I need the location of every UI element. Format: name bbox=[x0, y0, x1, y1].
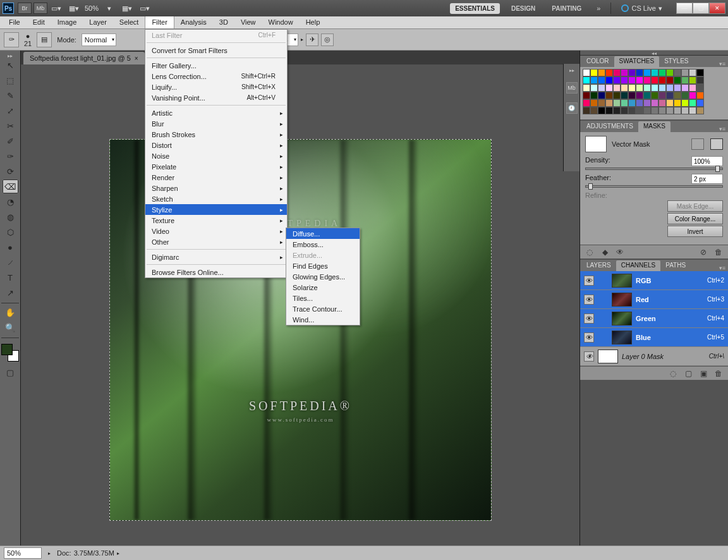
swatch[interactable] bbox=[643, 107, 651, 114]
menu-edit[interactable]: Edit bbox=[27, 16, 51, 28]
swatch[interactable] bbox=[621, 69, 628, 76]
tool-7[interactable]: ⟳ bbox=[3, 164, 18, 178]
toolbox-grip[interactable]: ▸▸ bbox=[0, 53, 20, 58]
swatch[interactable] bbox=[643, 92, 651, 99]
status-doc-arrow-icon[interactable]: ▸ bbox=[117, 551, 119, 556]
tab-channels[interactable]: CHANNELS bbox=[616, 260, 660, 271]
swatch[interactable] bbox=[583, 76, 590, 84]
swatch[interactable] bbox=[674, 92, 681, 99]
maximize-button[interactable]: ▢ bbox=[693, 3, 709, 14]
workspace-essentials[interactable]: ESSENTIALS bbox=[450, 3, 500, 14]
swatch[interactable] bbox=[689, 76, 696, 84]
swatch[interactable] bbox=[636, 92, 643, 99]
swatch[interactable] bbox=[696, 84, 704, 92]
swatch[interactable] bbox=[696, 99, 704, 107]
menu-item[interactable]: Lens Correction...Shift+Ctrl+R bbox=[145, 71, 287, 82]
swatch[interactable] bbox=[613, 107, 621, 114]
swatch[interactable] bbox=[658, 92, 666, 99]
tablet-pressure-toggle[interactable]: ◎ bbox=[321, 33, 334, 46]
menu-image[interactable]: Image bbox=[51, 16, 83, 28]
tool-2[interactable]: ✎ bbox=[3, 88, 18, 102]
swatch[interactable] bbox=[613, 99, 621, 107]
pressure-arrow-icon[interactable]: ▸ bbox=[301, 37, 303, 42]
menu-file[interactable]: File bbox=[3, 16, 27, 28]
tool-15[interactable]: ↗ bbox=[3, 286, 18, 300]
swatch[interactable] bbox=[681, 107, 689, 114]
swatch[interactable] bbox=[658, 99, 666, 107]
swatch[interactable] bbox=[598, 107, 605, 114]
tool-4[interactable]: ✂ bbox=[3, 119, 18, 133]
swatch[interactable] bbox=[636, 84, 643, 92]
bridge-button[interactable]: Br bbox=[18, 3, 32, 14]
swatch[interactable] bbox=[689, 92, 696, 99]
menu-item[interactable]: Artistic▸ bbox=[145, 107, 287, 118]
swatch[interactable] bbox=[658, 107, 666, 114]
swatch[interactable] bbox=[696, 107, 704, 114]
menu-item[interactable]: Filter Gallery... bbox=[145, 60, 287, 71]
screen-mode-dropdown[interactable]: ▭▾ bbox=[49, 3, 63, 14]
visibility-eye-icon[interactable]: 👁 bbox=[584, 295, 594, 305]
swatch[interactable] bbox=[674, 99, 681, 107]
swatch[interactable] bbox=[613, 84, 621, 92]
menu-help[interactable]: Help bbox=[300, 16, 327, 28]
swatch[interactable] bbox=[605, 84, 613, 92]
status-arrow-icon[interactable]: ▸ bbox=[48, 551, 51, 556]
swatch[interactable] bbox=[583, 92, 590, 99]
menu-select[interactable]: Select bbox=[113, 16, 145, 28]
swatch[interactable] bbox=[643, 84, 651, 92]
density-input[interactable] bbox=[691, 156, 723, 166]
feather-input[interactable] bbox=[691, 174, 723, 184]
swatch[interactable] bbox=[651, 76, 658, 84]
panel-grip[interactable]: ◂◂ bbox=[580, 51, 728, 56]
brush-panel-toggle[interactable]: ▤ bbox=[37, 32, 52, 47]
swatch[interactable] bbox=[628, 69, 636, 76]
tool-17[interactable]: 🔍 bbox=[3, 320, 18, 334]
foreground-background-colors[interactable] bbox=[1, 344, 19, 362]
swatch[interactable] bbox=[643, 69, 651, 76]
submenu-item[interactable]: Trace Contour... bbox=[286, 303, 360, 314]
quick-mask-toggle[interactable]: ▢ bbox=[3, 365, 18, 379]
swatch[interactable] bbox=[590, 76, 598, 84]
swatch[interactable] bbox=[696, 69, 704, 76]
menu-3d[interactable]: 3D bbox=[213, 16, 234, 28]
swatch[interactable] bbox=[621, 107, 628, 114]
menu-item[interactable]: Video▸ bbox=[145, 226, 287, 236]
submenu-item[interactable]: Emboss... bbox=[286, 239, 360, 250]
swatch[interactable] bbox=[681, 76, 689, 84]
swatch[interactable] bbox=[605, 69, 613, 76]
swatch[interactable] bbox=[628, 92, 636, 99]
status-zoom-field[interactable]: 50% bbox=[4, 547, 42, 559]
swatch[interactable] bbox=[628, 99, 636, 107]
tab-adjustments[interactable]: ADJUSTMENTS bbox=[581, 121, 638, 132]
submenu-item[interactable]: Diffuse... bbox=[286, 228, 360, 239]
swatch[interactable] bbox=[583, 69, 590, 76]
menu-view[interactable]: View bbox=[234, 16, 262, 28]
swatch[interactable] bbox=[666, 107, 674, 114]
history-dock-icon[interactable]: 🕘 bbox=[566, 102, 578, 114]
tool-0[interactable]: ↖ bbox=[3, 58, 18, 72]
density-slider[interactable] bbox=[585, 167, 723, 170]
tool-9[interactable]: ◔ bbox=[3, 195, 18, 209]
menu-item[interactable]: Sketch▸ bbox=[145, 193, 287, 204]
channels-panel-menu[interactable]: ▾≡ bbox=[717, 265, 728, 271]
swatch[interactable] bbox=[583, 84, 590, 92]
tool-6[interactable]: ✑ bbox=[3, 149, 18, 163]
swatch[interactable] bbox=[658, 69, 666, 76]
swatch[interactable] bbox=[621, 84, 628, 92]
swatch[interactable] bbox=[658, 76, 666, 84]
menu-item[interactable]: Pixelate▸ bbox=[145, 161, 287, 172]
menu-layer[interactable]: Layer bbox=[83, 16, 113, 28]
extras-dropdown-1[interactable]: ▦▾ bbox=[120, 3, 134, 14]
swatch[interactable] bbox=[583, 107, 590, 114]
menu-item[interactable]: Stylize▸ bbox=[145, 204, 287, 215]
vector-mask-button[interactable] bbox=[710, 138, 723, 150]
color-range-button[interactable]: Color Range... bbox=[667, 213, 723, 224]
tool-8[interactable]: ⌫ bbox=[3, 180, 18, 193]
menu-filter[interactable]: Filter bbox=[145, 16, 174, 28]
tool-1[interactable]: ⬚ bbox=[3, 73, 18, 87]
tab-layers[interactable]: LAYERS bbox=[581, 260, 616, 271]
menu-item[interactable]: Sharpen▸ bbox=[145, 183, 287, 193]
minibridge-button[interactable]: Mb bbox=[33, 3, 47, 14]
zoom-dropdown[interactable]: ▾ bbox=[102, 3, 116, 14]
swatch[interactable] bbox=[681, 92, 689, 99]
